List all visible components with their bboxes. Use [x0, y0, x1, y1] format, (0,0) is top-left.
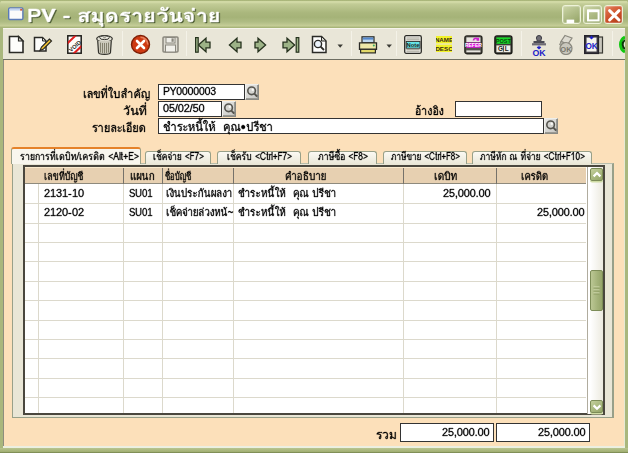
svg-text:Note: Note: [407, 42, 421, 48]
svg-text:OK: OK: [532, 47, 546, 55]
svg-text:NAME: NAME: [436, 36, 452, 43]
svg-text:POST: POST: [496, 37, 512, 43]
svg-text:REFER: REFER: [465, 42, 482, 48]
svg-text:OK: OK: [585, 42, 597, 51]
svg-text:DESC: DESC: [436, 45, 452, 52]
svg-text:OK: OK: [560, 45, 572, 54]
